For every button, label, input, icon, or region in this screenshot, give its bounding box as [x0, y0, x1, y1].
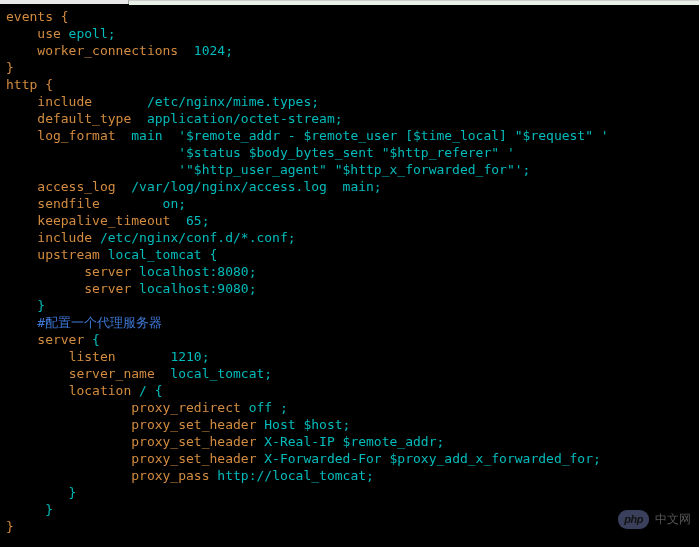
keyword: proxy_set_header [131, 451, 256, 466]
keyword: server_name [69, 366, 155, 381]
code-line: } [6, 298, 45, 313]
value: 1024; [178, 43, 233, 58]
code-line [6, 349, 69, 364]
keyword: include [37, 94, 92, 109]
keyword: access_log [37, 179, 115, 194]
value: main '$remote_addr - $remote_user [$time… [116, 128, 609, 143]
code-line [6, 468, 131, 483]
keyword: server [84, 281, 131, 296]
editor-content[interactable]: events { use epoll; worker_connections 1… [0, 4, 699, 541]
keyword: log_format [37, 128, 115, 143]
keyword: location [69, 383, 132, 398]
value: on; [100, 196, 186, 211]
code-line [6, 451, 131, 466]
keyword: keepalive_timeout [37, 213, 170, 228]
value: X-Forwarded-For $proxy_add_x_forwarded_f… [256, 451, 600, 466]
code-line: } [6, 60, 14, 75]
code-line [6, 111, 37, 126]
keyword: proxy_set_header [131, 417, 256, 432]
code-line: '"$http_user_agent" "$http_x_forwarded_f… [6, 162, 530, 177]
value: epoll; [61, 26, 116, 41]
value: local_tomcat { [100, 247, 217, 262]
tab-area [129, 0, 699, 5]
code-line [6, 264, 84, 279]
keyword: proxy_set_header [131, 434, 256, 449]
code-line [6, 247, 37, 262]
value: /etc/nginx/conf.d/*.conf; [92, 230, 296, 245]
code-line [6, 281, 84, 296]
terminal-window: events { use epoll; worker_connections 1… [0, 0, 699, 547]
comment-line: #配置一个代理服务器 [6, 315, 162, 330]
value: Host $host; [256, 417, 350, 432]
code-line: events { [6, 9, 69, 24]
value: http://local_tomcat; [210, 468, 374, 483]
keyword: server [37, 332, 84, 347]
code-line: http { [6, 77, 53, 92]
code-line [6, 332, 37, 347]
code-line [6, 128, 37, 143]
code-line: } [6, 485, 76, 500]
code-line [6, 94, 37, 109]
code-line [6, 434, 131, 449]
keyword: proxy_redirect [131, 400, 241, 415]
code-line [6, 400, 131, 415]
active-tab[interactable] [0, 0, 129, 4]
value: local_tomcat; [155, 366, 272, 381]
value: localhost:8080; [131, 264, 256, 279]
code-line [6, 230, 37, 245]
value: localhost:9080; [131, 281, 256, 296]
keyword: sendfile [37, 196, 100, 211]
value: application/octet-stream; [131, 111, 342, 126]
value: off ; [241, 400, 288, 415]
code-line [6, 213, 37, 228]
value: /var/log/nginx/access.log main; [116, 179, 382, 194]
keyword: include [37, 230, 92, 245]
keyword: upstream [37, 247, 100, 262]
code-line [6, 43, 37, 58]
keyword: default_type [37, 111, 131, 126]
value: 1210; [116, 349, 210, 364]
keyword: worker_connections [37, 43, 178, 58]
code-line: } [6, 519, 14, 534]
value: X-Real-IP $remote_addr; [256, 434, 444, 449]
keyword: proxy_pass [131, 468, 209, 483]
code-line [6, 26, 37, 41]
code-line [6, 179, 37, 194]
value: / { [131, 383, 162, 398]
value: 65; [170, 213, 209, 228]
code-line: '$status $body_bytes_sent "$http_referer… [6, 145, 515, 160]
value: { [84, 332, 100, 347]
value: /etc/nginx/mime.types; [92, 94, 319, 109]
code-line [6, 196, 37, 211]
code-line [6, 417, 131, 432]
code-line: } [6, 502, 53, 517]
code-line [6, 366, 69, 381]
keyword: listen [69, 349, 116, 364]
tab-strip [0, 0, 699, 4]
code-line [6, 383, 69, 398]
keyword: use [37, 26, 60, 41]
keyword: server [84, 264, 131, 279]
